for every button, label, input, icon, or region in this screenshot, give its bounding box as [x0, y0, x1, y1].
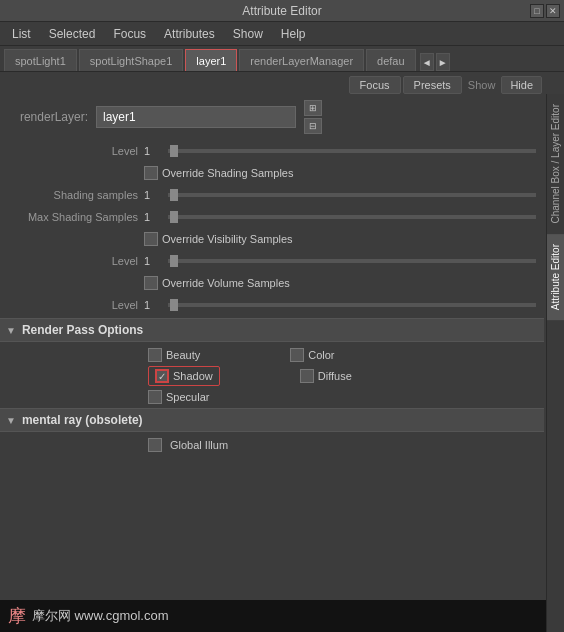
main-content: Focus Presets Show Hide renderLayer: ⊞ ⊟… [0, 72, 564, 632]
menu-selected[interactable]: Selected [41, 25, 104, 43]
level-value: 1 [144, 145, 164, 157]
level-vol-slider-container[interactable] [164, 303, 540, 307]
editor-area: Focus Presets Show Hide renderLayer: ⊞ ⊟… [0, 72, 564, 632]
shading-samples-slider-track[interactable] [168, 193, 536, 197]
level-vis-value: 1 [144, 255, 164, 267]
render-layer-input[interactable] [96, 106, 296, 128]
level-slider-thumb[interactable] [170, 145, 178, 157]
override-volume-label: Override Volume Samples [162, 277, 290, 289]
specular-checkbox[interactable] [148, 390, 162, 404]
mental-ray-section-header[interactable]: ▼ mental ray (obsolete) [0, 408, 544, 432]
menu-bar: List Selected Focus Attributes Show Help [0, 22, 564, 46]
shading-samples-slider-thumb[interactable] [170, 189, 178, 201]
level-slider-container[interactable] [164, 149, 540, 153]
menu-show[interactable]: Show [225, 25, 271, 43]
mental-ray-section-title: mental ray (obsolete) [22, 413, 143, 427]
right-tab-channel-box[interactable]: Channel Box / Layer Editor [547, 94, 564, 234]
presets-button[interactable]: Presets [403, 76, 462, 94]
level-vis-label: Level [4, 255, 144, 267]
level-row: Level 1 [0, 140, 544, 162]
override-volume-checkbox[interactable] [144, 276, 158, 290]
max-shading-samples-slider-thumb[interactable] [170, 211, 178, 223]
render-layer-row: renderLayer: ⊞ ⊟ [0, 94, 546, 140]
close-button[interactable]: ✕ [546, 4, 560, 18]
beauty-checkbox-item: Beauty [148, 348, 200, 362]
tab-spotlightshape1[interactable]: spotLightShape1 [79, 49, 184, 71]
tab-nav: ◄ ► [420, 53, 450, 71]
beauty-checkbox[interactable] [148, 348, 162, 362]
level-label: Level [4, 145, 144, 157]
tab-nav-left[interactable]: ◄ [420, 53, 434, 71]
override-shading-checkbox[interactable] [144, 166, 158, 180]
level-vol-slider-thumb[interactable] [170, 299, 178, 311]
render-layer-label: renderLayer: [8, 110, 88, 124]
override-shading-label: Override Shading Samples [162, 167, 293, 179]
global-illum-row: Global Illum [0, 434, 544, 454]
tab-nav-right[interactable]: ► [436, 53, 450, 71]
shading-samples-label: Shading samples [4, 189, 144, 201]
menu-attributes[interactable]: Attributes [156, 25, 223, 43]
render-layer-icons: ⊞ ⊟ [304, 100, 322, 134]
menu-focus[interactable]: Focus [105, 25, 154, 43]
color-checkbox[interactable] [290, 348, 304, 362]
watermark-logo: 摩 [8, 604, 26, 628]
level-vol-label: Level [4, 299, 144, 311]
focus-button[interactable]: Focus [349, 76, 401, 94]
minimize-button[interactable]: □ [530, 4, 544, 18]
level-vis-slider-thumb[interactable] [170, 255, 178, 267]
tab-renderlayermanager[interactable]: renderLayerManager [239, 49, 364, 71]
section-arrow-render-pass: ▼ [6, 325, 16, 336]
global-illum-checkbox[interactable] [148, 438, 162, 452]
override-volume-checkbox-item: Override Volume Samples [144, 276, 290, 290]
override-shading-row: Override Shading Samples [0, 162, 544, 184]
level-vis-slider-container[interactable] [164, 259, 540, 263]
override-volume-row: Override Volume Samples [0, 272, 544, 294]
tab-bar: spotLight1 spotLightShape1 layer1 render… [0, 46, 564, 72]
show-label: Show [464, 77, 500, 93]
override-visibility-checkbox-item: Override Visibility Samples [144, 232, 293, 246]
shadow-checkbox[interactable]: ✓ [155, 369, 169, 383]
render-pass-row3: Specular [0, 388, 544, 406]
max-shading-samples-value: 1 [144, 211, 164, 223]
max-shading-samples-label: Max Shading Samples [4, 211, 144, 223]
render-pass-section-header[interactable]: ▼ Render Pass Options [0, 318, 544, 342]
menu-list[interactable]: List [4, 25, 39, 43]
focus-toolbar: Focus Presets Show Hide [0, 72, 546, 94]
menu-help[interactable]: Help [273, 25, 314, 43]
window-title: Attribute Editor [242, 4, 321, 18]
level-slider-track[interactable] [168, 149, 536, 153]
override-visibility-row: Override Visibility Samples [0, 228, 544, 250]
override-visibility-label: Override Visibility Samples [162, 233, 293, 245]
render-pass-row1: Beauty Color [0, 344, 544, 364]
shadow-label: Shadow [173, 370, 213, 382]
right-panel-tabs: Channel Box / Layer Editor Attribute Edi… [546, 94, 564, 632]
render-layer-icon-top[interactable]: ⊞ [304, 100, 322, 116]
render-pass-row2: ✓ Shadow Diffuse [0, 364, 544, 388]
shading-samples-value: 1 [144, 189, 164, 201]
specular-checkbox-item: Specular [148, 390, 209, 404]
right-tab-attribute-editor[interactable]: Attribute Editor [547, 234, 564, 320]
diffuse-label: Diffuse [318, 370, 352, 382]
level-vis-slider-track[interactable] [168, 259, 536, 263]
diffuse-checkbox[interactable] [300, 369, 314, 383]
level-vol-slider-track[interactable] [168, 303, 536, 307]
tab-default[interactable]: defau [366, 49, 416, 71]
level-vol-value: 1 [144, 299, 164, 311]
shadow-checkbox-item: ✓ Shadow [148, 366, 220, 386]
max-shading-samples-slider-track[interactable] [168, 215, 536, 219]
override-visibility-checkbox[interactable] [144, 232, 158, 246]
render-layer-icon-bottom[interactable]: ⊟ [304, 118, 322, 134]
override-shading-checkbox-item: Override Shading Samples [144, 166, 293, 180]
hide-button[interactable]: Hide [501, 76, 542, 94]
tab-layer1[interactable]: layer1 [185, 49, 237, 71]
specular-label: Specular [166, 391, 209, 403]
scroll-area[interactable]: Level 1 Override Shading Samples Shadin [0, 140, 546, 620]
level-vis-row: Level 1 [0, 250, 544, 272]
shading-samples-slider-container[interactable] [164, 193, 540, 197]
render-pass-section-title: Render Pass Options [22, 323, 143, 337]
max-shading-samples-slider-container[interactable] [164, 215, 540, 219]
diffuse-checkbox-item: Diffuse [300, 369, 352, 383]
level-vol-row: Level 1 [0, 294, 544, 316]
section-arrow-mental-ray: ▼ [6, 415, 16, 426]
tab-spotlight1[interactable]: spotLight1 [4, 49, 77, 71]
